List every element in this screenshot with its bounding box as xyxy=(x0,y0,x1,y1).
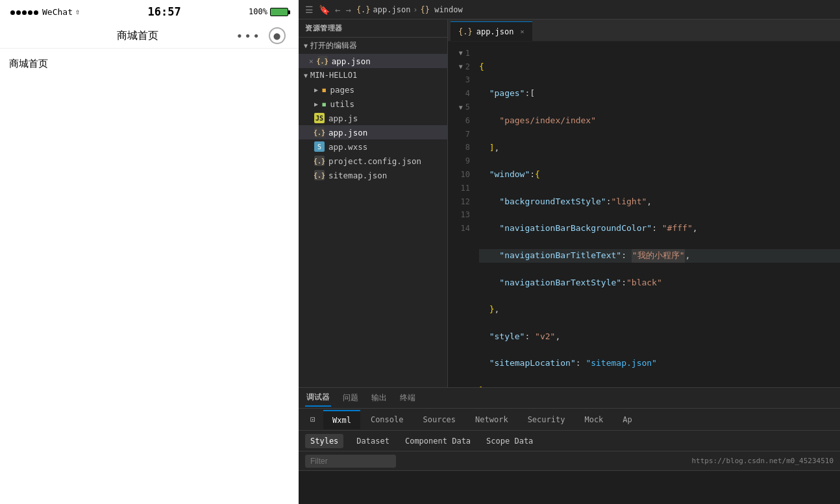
code-line-9: "navigationBarTextStyle":"black" xyxy=(479,276,840,290)
folder-pages[interactable]: ▶ ▪ pages xyxy=(299,82,447,97)
code-line-8: "navigationBarTitleText": "我的小程序", xyxy=(479,249,840,263)
inner-tab-scope-data[interactable]: Scope Data xyxy=(484,434,536,448)
code-line-10: }, xyxy=(479,303,840,317)
tab-output[interactable]: 输出 xyxy=(370,390,388,406)
devtools-tabs-bar: ⊡ Wxml Console Sources Network Security … xyxy=(299,409,840,431)
top-bar: ☰ 🔖 ← → {.} app.json › {} window xyxy=(299,0,840,19)
carrier-label: WeChat xyxy=(42,7,73,17)
breadcrumb: {.} app.json › {} window xyxy=(356,5,463,14)
line-num-13: 13 xyxy=(452,209,470,222)
utils-arrow: ▶ xyxy=(314,101,318,108)
wxss-icon: S xyxy=(314,141,325,152)
hamburger-icon[interactable]: ☰ xyxy=(305,5,314,15)
open-editors-label: 打开的编辑器 xyxy=(310,40,357,51)
filename-app-json: app.json xyxy=(328,128,367,138)
file-sitemap[interactable]: {.} sitemap.json xyxy=(299,168,447,182)
record-button[interactable]: ⬤ xyxy=(269,27,286,44)
project-section[interactable]: ▼ MIN-HELLO1 xyxy=(299,68,447,82)
tab-debug[interactable]: 调试器 xyxy=(305,389,331,407)
more-options-icon[interactable]: ••• xyxy=(236,29,261,43)
folder-pages-label: pages xyxy=(330,85,354,95)
inner-tab-component-data[interactable]: Component Data xyxy=(402,434,473,448)
tab-bar: {.} app.json ✕ xyxy=(448,19,840,42)
line-num-2: ▼2 xyxy=(452,60,470,74)
signal-dots xyxy=(10,7,40,17)
file-tree-header: 资源管理器 xyxy=(299,19,447,38)
forward-icon[interactable]: → xyxy=(345,5,351,15)
folder-utils[interactable]: ▶ ▪ utils xyxy=(299,97,447,111)
battery-percent: 100% xyxy=(249,7,267,16)
devtools-tab-wxml[interactable]: Wxml xyxy=(323,410,360,429)
phone-status-bar: WeChat ⇧ 16:57 100% xyxy=(0,0,299,23)
file-app-wxss[interactable]: S app.wxss xyxy=(299,139,447,154)
code-line-11: "style": "v2", xyxy=(479,330,840,344)
line-num-9: 9 xyxy=(452,154,470,168)
utils-folder-icon: ▪ xyxy=(321,99,327,109)
line-num-12: 12 xyxy=(452,195,470,209)
code-line-7: "navigationBarBackgroundColor": "#fff", xyxy=(479,222,840,235)
line-num-8: 8 xyxy=(452,141,470,155)
code-lines: { "pages":[ "pages/index/index" ], "wind… xyxy=(474,42,840,387)
open-editors-section[interactable]: ▼ 打开的编辑器 xyxy=(299,38,447,54)
json-icon: {.} xyxy=(317,56,328,66)
selector-icon-btn[interactable]: ⊡ xyxy=(304,411,322,429)
editor-area: 资源管理器 ▼ 打开的编辑器 ✕ {.} app.json ▼ MIN-HELL… xyxy=(299,19,840,387)
code-content[interactable]: ▼1 ▼2 3 4 ▼5 6 7 8 9 10 11 12 13 14 { "p… xyxy=(448,42,840,387)
filename-project-config: project.config.json xyxy=(328,156,421,166)
tab-terminal[interactable]: 终端 xyxy=(399,390,417,406)
tab-label: app.json xyxy=(476,27,514,36)
open-editor-filename: app.json xyxy=(332,56,371,66)
inner-tab-styles[interactable]: Styles xyxy=(305,434,343,448)
devtools-tab-sources[interactable]: Sources xyxy=(414,410,465,429)
page-heading: 商城首页 xyxy=(9,58,290,70)
phone-nav-title: 商城首页 xyxy=(117,29,158,43)
breadcrumb-node: {} window xyxy=(421,5,463,14)
devtools-tab-network[interactable]: Network xyxy=(466,410,517,429)
file-project-config[interactable]: {.} project.config.json xyxy=(299,154,447,168)
line-num-3: 3 xyxy=(452,74,470,88)
sitemap-json-icon: {.} xyxy=(314,170,325,180)
devtools-tab-security[interactable]: Security xyxy=(519,410,574,429)
breadcrumb-json-icon: {.} xyxy=(356,5,371,14)
back-icon[interactable]: ← xyxy=(335,5,340,15)
open-editor-app-json[interactable]: ✕ {.} app.json xyxy=(299,54,447,68)
line-num-14: 14 xyxy=(452,222,470,235)
filter-input[interactable] xyxy=(305,455,396,468)
line-numbers: ▼1 ▼2 3 4 ▼5 6 7 8 9 10 11 12 13 14 xyxy=(448,42,474,387)
code-editor: {.} app.json ✕ ▼1 ▼2 3 4 ▼5 6 7 8 9 10 xyxy=(448,19,840,387)
project-arrow: ▼ xyxy=(304,72,308,79)
code-line-3: "pages/index/index" xyxy=(479,114,840,128)
js-icon: JS xyxy=(314,113,325,123)
line-num-5: ▼5 xyxy=(452,101,470,114)
right-panel: ☰ 🔖 ← → {.} app.json › {} window 资源管理器 ▼… xyxy=(299,0,840,504)
dirty-dot: ✕ xyxy=(309,57,314,66)
code-line-1: { xyxy=(479,60,840,74)
filename-app-wxss: app.wxss xyxy=(328,142,367,152)
devtools-inner-tabs: Styles Dataset Component Data Scope Data xyxy=(299,431,840,451)
tab-app-json[interactable]: {.} app.json ✕ xyxy=(451,21,532,41)
file-app-json[interactable]: {.} app.json xyxy=(299,125,447,139)
battery-bar-icon xyxy=(270,8,288,16)
pages-folder-icon: ▪ xyxy=(321,84,327,95)
folder-utils-label: utils xyxy=(330,99,354,109)
file-app-js[interactable]: JS app.js xyxy=(299,111,447,125)
inner-tab-dataset[interactable]: Dataset xyxy=(354,434,392,448)
phone-nav-icons: ••• ⬤ xyxy=(236,27,286,44)
devtools-tab-mock[interactable]: Mock xyxy=(575,410,612,429)
code-line-4: ], xyxy=(479,141,840,155)
breadcrumb-file: app.json xyxy=(373,5,411,14)
devtools-filter-row: https://blog.csdn.net/m0_45234510 xyxy=(299,451,840,471)
line-num-11: 11 xyxy=(452,182,470,195)
bottom-tabs-bar: 调试器 问题 输出 终端 xyxy=(299,388,840,409)
phone-time: 16:57 xyxy=(148,5,181,18)
phone-content: 商城首页 xyxy=(0,49,299,504)
tab-close-btn[interactable]: ✕ xyxy=(520,28,524,35)
devtools-tab-ap[interactable]: Ap xyxy=(613,410,641,429)
breadcrumb-separator: › xyxy=(413,5,417,14)
tab-icon: {.} xyxy=(458,27,473,36)
file-tree: 资源管理器 ▼ 打开的编辑器 ✕ {.} app.json ▼ MIN-HELL… xyxy=(299,19,448,387)
bookmark-icon[interactable]: 🔖 xyxy=(319,5,330,15)
tab-problems[interactable]: 问题 xyxy=(341,390,360,406)
devtools-tab-console[interactable]: Console xyxy=(362,410,413,429)
filename-app-js: app.js xyxy=(328,114,358,123)
